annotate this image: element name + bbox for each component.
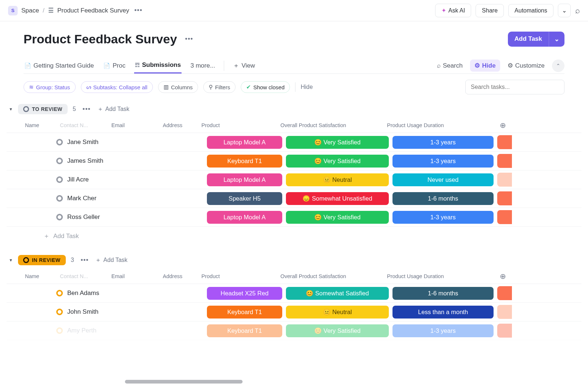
tab-more[interactable]: 3 more...: [190, 58, 216, 73]
col-duration[interactable]: Product Usage Duration: [387, 273, 492, 279]
tab-submissions[interactable]: ☶Submissions: [134, 58, 182, 73]
task-name[interactable]: Jill Acre: [67, 176, 207, 183]
col-product[interactable]: Product: [201, 122, 280, 128]
table-row[interactable]: Jill Acre Laptop Model A 😐 Neutral Never…: [7, 170, 581, 189]
status-circle-icon[interactable]: [56, 290, 63, 296]
status-circle-icon[interactable]: [56, 195, 63, 202]
task-name[interactable]: Ross Geller: [67, 213, 207, 221]
page-more-icon[interactable]: •••: [184, 35, 195, 43]
satisfaction-tag[interactable]: 😊 Very Satisfied: [286, 211, 389, 224]
col-email[interactable]: Email: [111, 122, 163, 128]
satisfaction-tag[interactable]: 😊 Very Satisfied: [286, 155, 389, 168]
status-circle-icon[interactable]: [56, 327, 63, 334]
product-tag[interactable]: Headset X25 Red: [207, 287, 282, 300]
task-name[interactable]: Amy Perth: [67, 327, 207, 334]
task-name[interactable]: Ben Adams: [67, 289, 207, 297]
overflow-tag[interactable]: [497, 286, 512, 300]
group-add-task[interactable]: ＋Add Task: [95, 256, 128, 264]
filters-pill[interactable]: ⚲Filters: [203, 81, 236, 93]
task-name[interactable]: John Smith: [67, 308, 207, 316]
col-satisfaction[interactable]: Overall Product Satisfaction: [280, 273, 387, 279]
add-column-button[interactable]: ⊕: [492, 272, 514, 281]
customize-tool[interactable]: ⚙Customize: [508, 62, 545, 69]
col-duration[interactable]: Product Usage Duration: [387, 122, 492, 128]
col-contact[interactable]: Contact N...: [60, 122, 111, 128]
group-pill[interactable]: ≋Group: Status: [24, 81, 76, 93]
group-more-icon[interactable]: •••: [79, 256, 90, 264]
overflow-tag[interactable]: [497, 191, 512, 205]
task-name[interactable]: Mark Cher: [67, 195, 207, 202]
status-circle-icon[interactable]: [56, 214, 63, 220]
search-tool[interactable]: ⌕Search: [437, 62, 463, 69]
overflow-tag[interactable]: [497, 154, 512, 168]
collapse-caret[interactable]: ▼: [9, 107, 13, 111]
satisfaction-tag[interactable]: 😊 Very Satisfied: [286, 324, 389, 337]
col-product[interactable]: Product: [201, 273, 280, 279]
satisfaction-tag[interactable]: 😞 Somewhat Unsatisfied: [286, 192, 389, 205]
duration-tag[interactable]: 1-6 months: [392, 287, 494, 300]
col-email[interactable]: Email: [111, 273, 163, 279]
add-column-button[interactable]: ⊕: [492, 121, 514, 130]
subtasks-pill[interactable]: ᔕSubtasks: Collapse all: [81, 81, 153, 93]
product-tag[interactable]: Laptop Model A: [207, 173, 282, 186]
product-tag[interactable]: Keyboard T1: [207, 324, 282, 337]
product-tag[interactable]: Speaker H5: [207, 192, 282, 205]
col-name[interactable]: Name: [25, 122, 60, 128]
duration-tag[interactable]: 1-6 months: [392, 192, 494, 205]
satisfaction-tag[interactable]: 😊 Very Satisfied: [286, 136, 389, 149]
hide-link[interactable]: Hide: [301, 84, 313, 90]
search-icon[interactable]: ⌕: [575, 6, 580, 15]
columns-pill[interactable]: ▥Columns: [158, 81, 198, 93]
status-circle-icon[interactable]: [56, 309, 63, 315]
product-tag[interactable]: Laptop Model A: [207, 136, 282, 149]
product-tag[interactable]: Laptop Model A: [207, 211, 282, 224]
add-task-button[interactable]: Add Task ⌄: [508, 32, 564, 47]
overflow-tag[interactable]: [497, 210, 512, 224]
status-circle-icon[interactable]: [56, 158, 63, 164]
table-row[interactable]: Ben Adams Headset X25 Red 😊 Somewhat Sat…: [7, 284, 581, 303]
overflow-tag[interactable]: [497, 135, 512, 149]
overflow-tag[interactable]: [497, 305, 512, 319]
col-address[interactable]: Address: [163, 122, 201, 128]
table-row[interactable]: Amy Perth Keyboard T1 😊 Very Satisfied 1…: [7, 321, 581, 340]
table-row[interactable]: Jane Smith Laptop Model A 😊 Very Satisfi…: [7, 133, 581, 152]
overflow-tag[interactable]: [497, 324, 512, 338]
duration-tag[interactable]: Never used: [392, 173, 494, 186]
duration-tag[interactable]: 1-3 years: [392, 324, 494, 337]
add-task-dropdown[interactable]: ⌄: [549, 32, 564, 47]
duration-tag[interactable]: Less than a month: [392, 306, 494, 319]
share-button[interactable]: Share: [476, 4, 504, 17]
group-more-icon[interactable]: •••: [81, 105, 92, 113]
table-row[interactable]: Ross Geller Laptop Model A 😊 Very Satisf…: [7, 208, 581, 227]
overflow-tag[interactable]: [497, 173, 512, 187]
col-contact[interactable]: Contact N...: [60, 273, 111, 279]
breadcrumb-page[interactable]: Product Feedback Survey: [57, 7, 129, 14]
status-circle-icon[interactable]: [56, 139, 63, 145]
automations-button[interactable]: Automations: [508, 4, 553, 17]
status-chip[interactable]: IN REVIEW: [18, 255, 66, 265]
space-icon[interactable]: S: [8, 6, 18, 15]
hide-tool[interactable]: ⚙Hide: [470, 60, 500, 72]
satisfaction-tag[interactable]: 😐 Neutral: [286, 173, 389, 186]
collapse-button[interactable]: ⌃: [552, 60, 564, 72]
task-name[interactable]: Jane Smith: [67, 138, 207, 146]
show-closed-pill[interactable]: ✔Show closed: [241, 81, 290, 93]
col-name[interactable]: Name: [25, 273, 60, 279]
breadcrumb-space[interactable]: Space: [21, 7, 39, 14]
duration-tag[interactable]: 1-3 years: [392, 155, 494, 168]
ask-ai-button[interactable]: ✦Ask AI: [435, 4, 471, 17]
col-address[interactable]: Address: [163, 273, 201, 279]
table-row[interactable]: Mark Cher Speaker H5 😞 Somewhat Unsatisf…: [7, 189, 581, 208]
satisfaction-tag[interactable]: 😊 Somewhat Satisfied: [286, 287, 389, 300]
status-circle-icon[interactable]: [56, 176, 63, 183]
add-task-row[interactable]: ＋Add Task: [7, 227, 581, 242]
product-tag[interactable]: Keyboard T1: [207, 306, 282, 319]
table-row[interactable]: James Smith Keyboard T1 😊 Very Satisfied…: [7, 152, 581, 170]
col-satisfaction[interactable]: Overall Product Satisfaction: [280, 122, 387, 128]
product-tag[interactable]: Keyboard T1: [207, 155, 282, 168]
task-name[interactable]: James Smith: [67, 157, 207, 165]
table-row[interactable]: John Smith Keyboard T1 😐 Neutral Less th…: [7, 303, 581, 321]
search-tasks-input[interactable]: [465, 80, 564, 94]
automations-dropdown[interactable]: ⌄: [558, 4, 571, 17]
add-view-button[interactable]: ＋View: [232, 58, 256, 73]
